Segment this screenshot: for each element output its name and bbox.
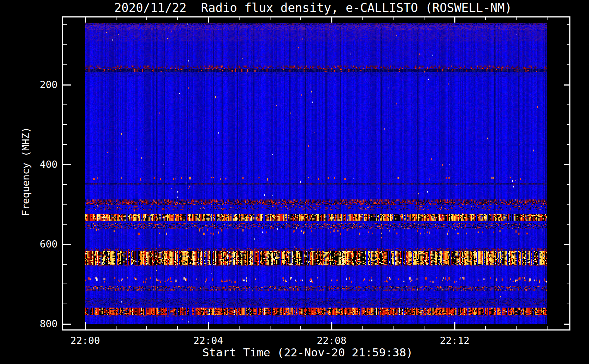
x-axis-major-tick-top (331, 17, 332, 23)
y-axis-major-tick (63, 324, 71, 325)
x-axis-minor-tick-top (393, 17, 394, 20)
x-axis-major-tick (454, 322, 455, 329)
x-axis-minor-tick (424, 326, 424, 329)
x-axis-major-tick-top (85, 17, 86, 23)
x-axis-title: Start Time (22-Nov-20 21:59:38) (202, 346, 413, 359)
x-axis-minor-tick (146, 326, 147, 329)
y-axis-minor-tick-right (567, 284, 569, 284)
x-axis-minor-tick-top (116, 17, 116, 20)
chart-title: 2020/11/22 Radio flux density, e-CALLIST… (114, 1, 512, 15)
y-axis-minor-tick (63, 144, 67, 145)
x-axis-minor-tick-top (300, 17, 301, 20)
x-tick-label: 22:08 (317, 335, 346, 346)
x-axis-minor-tick (177, 326, 178, 329)
y-axis-major-tick-right (564, 164, 569, 165)
y-tick-label: 800 (0, 318, 58, 329)
y-tick-label: 600 (0, 239, 58, 250)
x-tick-label: 22:12 (440, 335, 469, 346)
y-axis-major-tick-right (564, 84, 569, 86)
x-axis-minor-tick (116, 326, 116, 329)
y-axis-minor-tick (63, 204, 67, 205)
y-axis-minor-tick-right (567, 184, 569, 185)
x-tick-label: 22:00 (70, 335, 100, 346)
y-axis-title: Frequency (MHZ) (20, 127, 31, 216)
y-axis-minor-tick (63, 284, 67, 284)
x-axis-major-tick-top (454, 17, 455, 23)
y-axis-minor-tick (63, 304, 67, 304)
x-axis-minor-tick-top (516, 17, 517, 20)
x-axis-minor-tick-top (547, 17, 548, 20)
y-axis-major-tick-right (564, 244, 569, 245)
y-axis-minor-tick-right (567, 264, 569, 265)
x-axis-minor-tick (270, 326, 270, 329)
y-axis-major-tick (63, 84, 71, 86)
x-tick-label: 22:04 (193, 335, 223, 346)
x-axis-minor-tick-top (270, 17, 270, 20)
y-axis-minor-tick-right (567, 144, 569, 145)
y-axis-minor-tick-right (567, 204, 569, 205)
plot-frame (62, 16, 570, 331)
y-axis-minor-tick-right (567, 224, 569, 225)
x-axis-minor-tick-top (239, 17, 240, 20)
y-axis-minor-tick (63, 264, 67, 265)
y-tick-label: 200 (0, 79, 58, 90)
y-axis-minor-tick (63, 124, 67, 125)
x-axis-major-tick (208, 322, 209, 329)
y-axis-minor-tick (63, 44, 67, 45)
x-axis-minor-tick-top (177, 17, 178, 20)
y-axis-minor-tick (63, 64, 67, 65)
y-axis-minor-tick (63, 224, 67, 225)
y-axis-major-tick-right (564, 324, 569, 325)
x-axis-minor-tick (485, 326, 486, 329)
x-axis-minor-tick (547, 326, 548, 329)
x-axis-minor-tick (300, 326, 301, 329)
x-axis-minor-tick (393, 326, 394, 329)
y-axis-minor-tick (63, 104, 67, 105)
x-axis-major-tick (85, 322, 86, 329)
x-axis-minor-tick-top (424, 17, 424, 20)
y-axis-minor-tick-right (567, 24, 569, 25)
x-axis-minor-tick (239, 326, 240, 329)
spectrogram-page: 2020/11/22 Radio flux density, e-CALLIST… (0, 0, 589, 364)
x-axis-minor-tick-top (485, 17, 486, 20)
x-axis-major-tick (331, 322, 332, 329)
y-axis-minor-tick (63, 184, 67, 185)
x-axis-minor-tick-top (362, 17, 363, 20)
y-axis-minor-tick-right (567, 104, 569, 105)
y-axis-minor-tick (63, 24, 67, 25)
y-axis-major-tick (63, 244, 71, 245)
x-axis-minor-tick (516, 326, 517, 329)
y-axis-minor-tick-right (567, 44, 569, 45)
y-axis-minor-tick-right (567, 64, 569, 65)
x-axis-major-tick-top (208, 17, 209, 23)
y-axis-minor-tick-right (567, 304, 569, 304)
y-axis-major-tick (63, 164, 71, 165)
x-axis-minor-tick-top (146, 17, 147, 20)
y-axis-minor-tick-right (567, 124, 569, 125)
x-axis-minor-tick (362, 326, 363, 329)
